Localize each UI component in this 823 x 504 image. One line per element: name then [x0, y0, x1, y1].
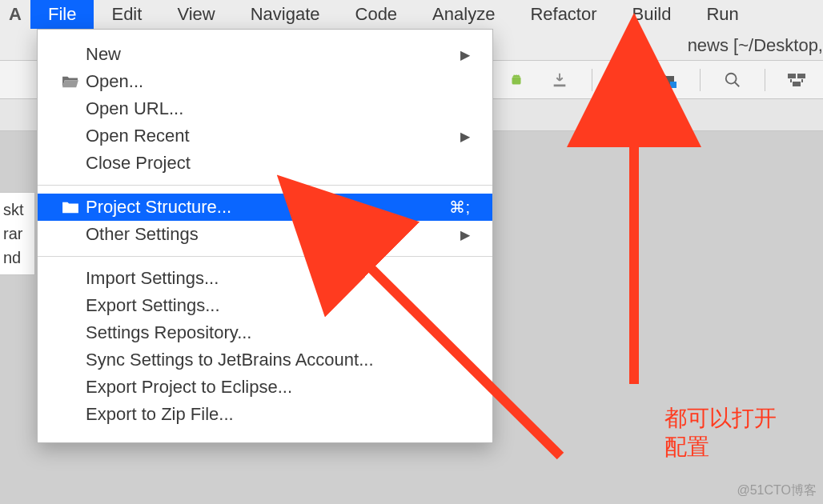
- wrench-icon[interactable]: [613, 69, 636, 91]
- menu-item-label: New: [86, 44, 460, 65]
- menu-item-export-to-zip-file[interactable]: Export to Zip File...: [38, 401, 492, 428]
- menu-item-new[interactable]: New▶: [38, 41, 492, 68]
- menu-separator: [38, 185, 492, 186]
- folder-icon: [62, 200, 86, 214]
- menu-item-label: Settings Repository...: [86, 322, 470, 343]
- menu-item-other-settings[interactable]: Other Settings▶: [38, 221, 492, 248]
- menu-item-sync-settings-to-jetbrains-account[interactable]: Sync Settings to JetBrains Account...: [38, 346, 492, 374]
- menu-run[interactable]: Run: [689, 0, 756, 29]
- menu-item-label: Export Project to Eclipse...: [86, 377, 470, 398]
- svg-rect-0: [512, 77, 521, 84]
- chevron-right-icon: ▶: [460, 227, 470, 242]
- tree-text: nd: [3, 246, 31, 270]
- project-tree-fragment: skt rar nd: [0, 192, 35, 275]
- chevron-right-icon: ▶: [460, 47, 470, 62]
- menu-item-label: Sync Settings to JetBrains Account...: [86, 350, 470, 370]
- menu-item-open-url[interactable]: Open URL...: [38, 95, 492, 122]
- menu-refactor[interactable]: Refactor: [512, 0, 614, 29]
- menu-item-label: Open URL...: [86, 98, 470, 119]
- menu-item-open-recent[interactable]: Open Recent▶: [38, 122, 492, 150]
- menu-code[interactable]: Code: [338, 0, 416, 29]
- menu-edit[interactable]: Edit: [94, 0, 159, 29]
- menu-item-project-structure[interactable]: Project Structure...⌘;: [38, 194, 492, 221]
- menu-item-import-settings[interactable]: Import Settings...: [38, 265, 492, 292]
- menu-item-label: Project Structure...: [86, 197, 449, 218]
- app-logo: A: [0, 0, 30, 29]
- menu-file[interactable]: File: [30, 0, 94, 29]
- menu-item-close-project[interactable]: Close Project: [38, 150, 492, 177]
- layout-icon[interactable]: [786, 69, 809, 91]
- menu-build[interactable]: Build: [615, 0, 689, 29]
- menu-bar: A FileEditViewNavigateCodeAnalyzeRefacto…: [0, 0, 823, 29]
- svg-rect-4: [670, 82, 676, 88]
- svg-point-5: [726, 73, 737, 83]
- menu-item-export-project-to-eclipse[interactable]: Export Project to Eclipse...: [38, 374, 492, 401]
- chevron-right-icon: ▶: [460, 129, 470, 144]
- android-icon[interactable]: [505, 69, 528, 91]
- menu-item-label: Open Recent: [86, 126, 460, 146]
- toolbar-separator: [765, 69, 765, 91]
- menu-item-label: Close Project: [86, 153, 470, 174]
- menu-separator: [38, 256, 492, 257]
- menu-item-settings-repository[interactable]: Settings Repository...: [38, 319, 492, 346]
- menu-item-label: Other Settings: [86, 224, 460, 245]
- folder-open-icon: [62, 74, 86, 89]
- menu-item-label: Export to Zip File...: [86, 404, 470, 425]
- svg-rect-3: [554, 84, 566, 86]
- annotation-text: 都可以打开 配置: [664, 404, 777, 462]
- menu-item-open[interactable]: Open...: [38, 68, 492, 95]
- annotation-line: 都可以打开: [664, 404, 777, 433]
- menu-item-label: Export Settings...: [86, 295, 470, 316]
- menu-shortcut: ⌘;: [449, 198, 470, 217]
- svg-rect-11: [801, 79, 803, 82]
- annotation-line: 配置: [664, 433, 777, 462]
- tree-text: skt: [3, 198, 31, 222]
- menu-view[interactable]: View: [159, 0, 232, 29]
- svg-rect-10: [790, 79, 792, 82]
- window-title: news [~/Desktop,: [688, 35, 823, 56]
- file-menu-dropdown: New▶Open...Open URL...Open Recent▶Close …: [37, 29, 493, 443]
- menu-item-label: Open...: [86, 71, 470, 92]
- svg-rect-9: [793, 82, 801, 86]
- project-structure-icon[interactable]: [656, 69, 679, 91]
- svg-rect-8: [797, 74, 805, 78]
- menu-analyze[interactable]: Analyze: [415, 0, 512, 29]
- menu-item-label: Import Settings...: [86, 268, 470, 289]
- svg-rect-7: [788, 74, 796, 78]
- watermark: @51CTO博客: [737, 482, 817, 499]
- svg-line-6: [735, 82, 740, 86]
- search-icon[interactable]: [721, 69, 744, 91]
- menu-item-export-settings[interactable]: Export Settings...: [38, 292, 492, 319]
- toolbar-separator: [592, 69, 592, 91]
- tree-text: rar: [3, 222, 31, 246]
- download-icon[interactable]: [548, 69, 571, 91]
- menu-navigate[interactable]: Navigate: [233, 0, 338, 29]
- toolbar-separator: [700, 69, 701, 91]
